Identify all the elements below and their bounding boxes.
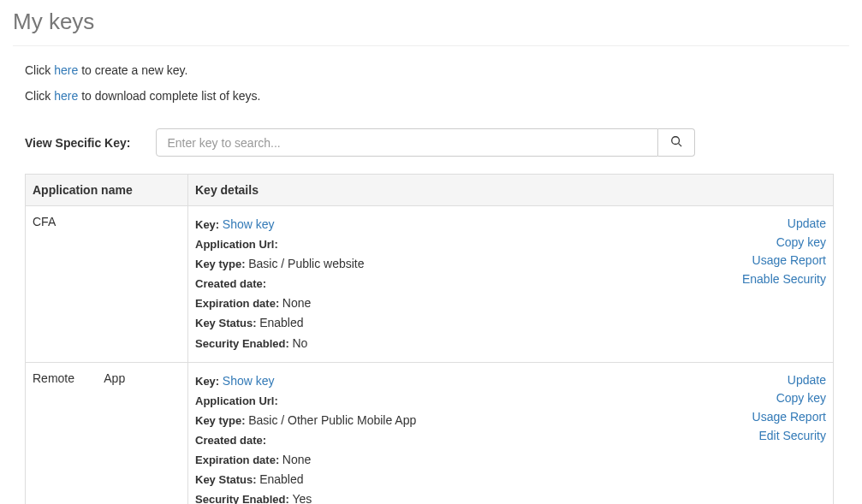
action-link[interactable]: Update	[742, 215, 826, 234]
page-title: My keys	[13, 9, 849, 35]
detail-line: Key: Show key	[195, 371, 416, 391]
detail-value: No	[292, 336, 307, 350]
detail-value: Basic / Other Public Mobile App	[248, 413, 416, 427]
detail-value: None	[282, 296, 311, 310]
action-link[interactable]: Enable Security	[742, 270, 826, 289]
keys-table: Application name Key details CFAKey: Sho…	[25, 174, 834, 504]
detail-label: Key type:	[195, 258, 248, 270]
show-key-link[interactable]: Show key	[223, 217, 275, 231]
detail-label: Key Status:	[195, 473, 259, 486]
detail-label: Key:	[195, 218, 223, 231]
detail-label: Expiration date:	[195, 454, 282, 466]
detail-value: None	[282, 453, 311, 466]
search-icon	[670, 135, 682, 150]
detail-line: Created date:	[195, 274, 365, 294]
show-key-link[interactable]: Show key	[223, 374, 275, 388]
intro-download-keys: Click here to download complete list of …	[25, 89, 849, 103]
header-key-details: Key details	[188, 175, 834, 206]
detail-label: Security Enabled:	[195, 337, 292, 350]
detail-value: Basic / Public website	[248, 257, 364, 270]
svg-line-1	[679, 144, 682, 147]
header-app-name: Application name	[26, 175, 188, 206]
detail-line: Key Status: Enabled	[195, 470, 416, 489]
detail-value: Enabled	[259, 472, 303, 486]
action-link[interactable]: Copy key	[752, 389, 826, 408]
cell-key-details: Key: Show keyApplication Url: Key type: …	[188, 206, 834, 363]
detail-line: Application Url:	[195, 234, 365, 254]
svg-point-0	[672, 137, 680, 145]
detail-line: Application Url:	[195, 391, 416, 411]
intro-text: Click	[25, 63, 54, 77]
detail-line: Security Enabled: No	[195, 334, 365, 353]
row-actions: UpdateCopy keyUsage ReportEdit Security	[752, 371, 826, 504]
search-label: View Specific Key:	[25, 136, 130, 150]
cell-key-details: Key: Show keyApplication Url: Key type: …	[188, 362, 834, 504]
action-link[interactable]: Edit Security	[752, 427, 826, 446]
action-link[interactable]: Usage Report	[752, 408, 826, 427]
detail-value: Yes	[292, 492, 312, 504]
create-key-link[interactable]: here	[54, 63, 78, 77]
detail-line: Expiration date: None	[195, 450, 416, 470]
detail-line: Key type: Basic / Public website	[195, 254, 365, 274]
detail-label: Key type:	[195, 414, 248, 427]
detail-value: Enabled	[259, 316, 303, 329]
table-row: Remote AppKey: Show keyApplication Url: …	[26, 362, 834, 504]
action-link[interactable]: Usage Report	[742, 252, 826, 270]
detail-line: Created date:	[195, 430, 416, 450]
cell-app-name: Remote App	[26, 362, 188, 504]
table-row: CFAKey: Show keyApplication Url: Key typ…	[26, 206, 834, 363]
detail-line: Security Enabled: Yes	[195, 489, 416, 504]
detail-label: Expiration date:	[195, 297, 282, 310]
intro-text: to download complete list of keys.	[78, 89, 260, 103]
row-actions: UpdateCopy keyUsage ReportEnable Securit…	[742, 215, 826, 353]
search-input[interactable]	[156, 128, 658, 157]
search-button[interactable]	[658, 128, 695, 157]
intro-text: Click	[25, 89, 54, 103]
detail-label: Security Enabled:	[195, 493, 292, 504]
search-input-group	[156, 128, 695, 157]
details-left: Key: Show keyApplication Url: Key type: …	[195, 371, 416, 504]
detail-line: Expiration date: None	[195, 294, 365, 313]
action-link[interactable]: Copy key	[742, 234, 826, 252]
detail-label: Created date:	[195, 277, 266, 290]
detail-label: Key Status:	[195, 317, 259, 329]
detail-label: Application Url:	[195, 238, 278, 251]
detail-line: Key type: Basic / Other Public Mobile Ap…	[195, 411, 416, 430]
divider	[13, 45, 849, 46]
cell-app-name: CFA	[26, 206, 188, 363]
details-left: Key: Show keyApplication Url: Key type: …	[195, 215, 365, 353]
download-keys-link[interactable]: here	[54, 89, 78, 103]
action-link[interactable]: Update	[752, 371, 826, 390]
detail-line: Key Status: Enabled	[195, 313, 365, 333]
intro-text: to create a new key.	[78, 63, 187, 77]
detail-label: Application Url:	[195, 394, 278, 407]
detail-line: Key: Show key	[195, 215, 365, 234]
intro-create-key: Click here to create a new key.	[25, 63, 849, 77]
table-header-row: Application name Key details	[26, 175, 834, 206]
search-row: View Specific Key:	[25, 128, 849, 157]
detail-label: Key:	[195, 375, 223, 388]
detail-label: Created date:	[195, 434, 266, 447]
